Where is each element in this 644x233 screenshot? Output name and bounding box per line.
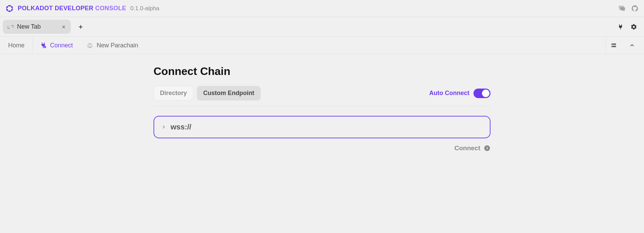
app-header: POLKADOT DEVELOPER CONSOLE 0.1.0-alpha	[0, 0, 644, 17]
connect-button-label: Connect	[454, 144, 480, 152]
endpoint-input-wrapper[interactable]	[154, 116, 490, 138]
subnav-connect[interactable]: Connect	[33, 37, 80, 54]
brand-part2: CONSOLE	[95, 5, 126, 12]
github-icon[interactable]	[631, 5, 639, 12]
auto-connect-label: Auto Connect	[429, 90, 469, 97]
auto-connect-control: Auto Connect	[429, 89, 490, 98]
sub-nav-right	[606, 37, 644, 54]
chevron-right-icon	[161, 124, 166, 130]
connect-button[interactable]: Connect	[454, 144, 490, 152]
svg-point-11	[484, 145, 490, 151]
chat-icon[interactable]	[618, 5, 626, 12]
tab-bar: New Tab	[0, 17, 644, 36]
svg-point-0	[8, 5, 11, 6]
tab-label: New Tab	[17, 23, 58, 30]
connect-row: Connect	[154, 144, 490, 152]
sub-nav-left: Home Connect New Parachain	[0, 37, 145, 54]
mode-tab-directory[interactable]: Directory	[154, 86, 193, 100]
subnav-new-parachain[interactable]: New Parachain	[80, 37, 145, 54]
polkadot-logo-icon	[5, 4, 14, 13]
svg-point-1	[8, 10, 11, 12]
subnav-new-parachain-label: New Parachain	[97, 42, 138, 49]
page-title: Connect Chain	[154, 65, 490, 78]
svg-point-5	[11, 8, 13, 11]
endpoint-field[interactable]	[171, 123, 483, 131]
toggle-thumb	[482, 90, 489, 97]
svg-point-3	[11, 5, 13, 9]
tab-new-tab[interactable]: New Tab	[3, 20, 71, 34]
plug-icon[interactable]	[617, 24, 624, 30]
tab-bar-right	[617, 24, 641, 30]
tab-bar-left: New Tab	[3, 20, 88, 34]
layers-icon	[86, 42, 93, 49]
mode-row: Directory Custom Endpoint Auto Connect	[154, 86, 490, 106]
auto-connect-toggle[interactable]	[473, 89, 490, 98]
content-wrapper: Connect Chain Directory Custom Endpoint …	[154, 65, 490, 152]
plug-connect-icon	[40, 42, 47, 49]
svg-point-2	[6, 5, 9, 9]
chevron-up-icon[interactable]	[624, 37, 640, 54]
subnav-home[interactable]: Home	[0, 37, 33, 54]
header-left: POLKADOT DEVELOPER CONSOLE 0.1.0-alpha	[5, 4, 159, 13]
version-label: 0.1.0-alpha	[130, 5, 159, 12]
subnav-home-label: Home	[8, 42, 25, 49]
svg-point-9	[612, 44, 613, 45]
svg-point-4	[6, 8, 9, 11]
subnav-connect-label: Connect	[50, 42, 73, 49]
arrow-right-circle-icon	[484, 145, 490, 152]
close-icon[interactable]	[61, 25, 66, 29]
mode-tab-custom-endpoint[interactable]: Custom Endpoint	[197, 86, 261, 100]
link-broken-icon	[7, 24, 14, 30]
main-content: Connect Chain Directory Custom Endpoint …	[0, 54, 644, 163]
gear-icon[interactable]	[630, 24, 637, 30]
svg-point-10	[612, 46, 613, 47]
header-right	[618, 5, 639, 12]
brand-part1: POLKADOT DEVELOPER	[18, 5, 95, 12]
add-tab-button[interactable]	[74, 21, 88, 33]
server-icon[interactable]	[606, 37, 622, 54]
brand-title: POLKADOT DEVELOPER CONSOLE	[18, 5, 126, 12]
mode-tabs: Directory Custom Endpoint	[154, 86, 261, 100]
sub-nav: Home Connect New Parachain	[0, 36, 644, 54]
